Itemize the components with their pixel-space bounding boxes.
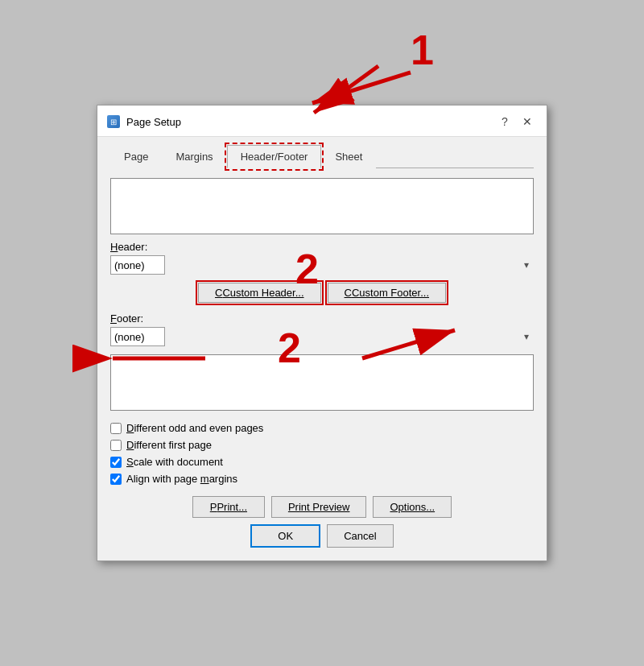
title-bar: ⊞ Page Setup ? ✕ [97,105,547,137]
header-dropdown-wrapper: (none) [110,255,534,275]
options-label: Options... [390,501,435,513]
annotation-1-text: 1 [411,27,434,73]
footer-preview-box [110,354,534,411]
options-button[interactable]: Options... [373,496,452,518]
footer-dropdown[interactable]: (none) [110,327,165,346]
custom-header-label: Custom Header... [222,287,303,299]
checkbox-align-margins[interactable] [110,474,122,485]
footer-dropdown-row: (none) [110,327,534,346]
checkbox-diff-odd-even-row: Different odd and even pages [110,422,534,434]
checkbox-diff-first-row: Different first page [110,439,534,451]
checkbox-scale-doc[interactable] [110,457,122,468]
checkbox-diff-first[interactable] [110,440,122,451]
page-setup-dialog: ⊞ Page Setup ? ✕ Page Margins Header/Foo… [97,105,547,561]
custom-footer-label: Custom Footer... [352,287,429,299]
print-label: Print... [217,501,247,513]
header-dropdown[interactable]: (none) [110,255,165,275]
close-button[interactable]: ✕ [518,112,537,131]
ok-cancel-row: OK Cancel [110,524,534,548]
checkbox-diff-odd-even-label[interactable]: Different odd and even pages [126,422,263,434]
tab-page[interactable]: Page [110,145,162,168]
footer-dropdown-wrapper: (none) [110,327,534,346]
main-content: Header: (none) CCustom Header... CCustom… [110,178,534,485]
checkbox-scale-doc-row: Scale with document [110,456,534,468]
title-bar-left: ⊞ Page Setup [107,115,181,128]
print-preview-label: Print Preview [288,501,350,513]
checkbox-align-margins-label[interactable]: Align with page margins [126,473,237,485]
header-preview-box [110,178,534,234]
tab-header-footer[interactable]: Header/Footer [227,145,322,168]
checkbox-diff-odd-even[interactable] [110,423,122,434]
cancel-button[interactable]: Cancel [327,524,393,548]
print-preview-button[interactable]: Print Preview [271,496,367,518]
checkbox-align-margins-row: Align with page margins [110,473,534,485]
tab-sheet[interactable]: Sheet [321,145,376,168]
custom-buttons-row: CCustom Header... CCustom Footer... [110,283,534,303]
dialog-title: Page Setup [126,116,181,128]
custom-header-button[interactable]: CCustom Header... [198,283,321,303]
ok-button[interactable]: OK [250,524,320,548]
dialog-content: Page Margins Header/Footer Sheet Header:… [97,137,547,561]
help-button[interactable]: ? [495,112,514,131]
tabs-bar: Page Margins Header/Footer Sheet [110,145,534,168]
footer-label: Footer: [110,312,534,325]
title-controls: ? ✕ [495,112,537,131]
header-label: Header: [110,241,534,253]
dialog-icon: ⊞ [107,115,120,128]
bottom-buttons-row: PPrint... Print Preview Options... [110,496,534,518]
custom-footer-button[interactable]: CCustom Footer... [328,283,446,303]
checkbox-scale-doc-label[interactable]: Scale with document [126,456,223,468]
tab-margins[interactable]: Margins [162,145,226,168]
annotation-1-arrow [312,72,411,103]
checkbox-diff-first-label[interactable]: Different first page [126,439,212,451]
print-button[interactable]: PPrint... [192,496,265,518]
header-dropdown-row: (none) [110,255,534,275]
